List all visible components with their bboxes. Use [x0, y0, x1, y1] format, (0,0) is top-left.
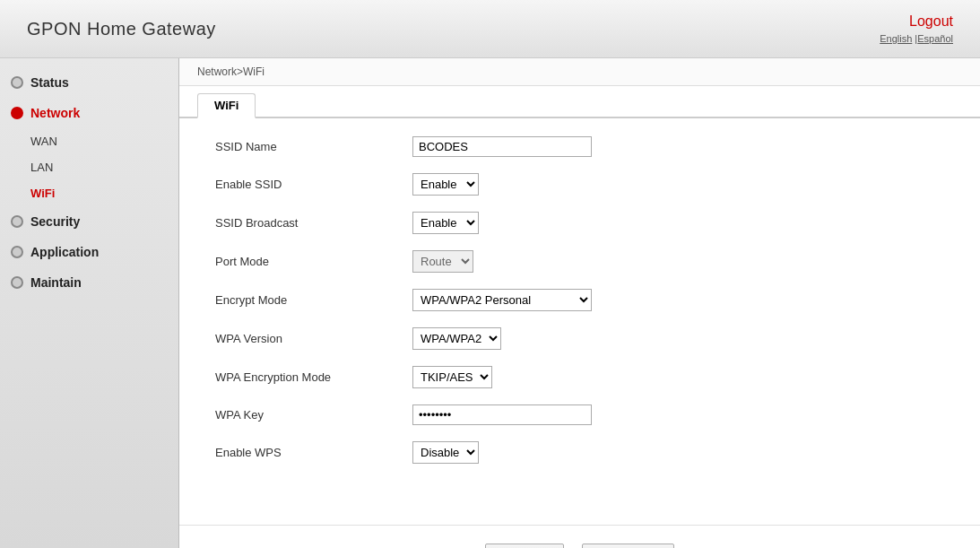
- maintain-bullet-icon: [11, 276, 23, 289]
- sidebar-item-network[interactable]: Network: [0, 98, 178, 128]
- wifi-label: WiFi: [30, 187, 55, 200]
- sidebar-item-label: Application: [30, 245, 99, 259]
- wpa-version-label: WPA Version: [215, 332, 412, 345]
- lang-spanish-link[interactable]: Español: [917, 33, 953, 44]
- encrypt-mode-row: Encrypt Mode WPA/WPA2 Personal WEP None: [215, 289, 944, 311]
- wpa-encryption-row: WPA Encryption Mode TKIP/AES TKIP AES: [215, 366, 944, 388]
- port-mode-select[interactable]: Route Bridge: [412, 250, 473, 273]
- ssid-broadcast-select[interactable]: Enable Disable: [412, 212, 479, 234]
- refresh-button[interactable]: Refresh: [582, 544, 675, 548]
- security-bullet-icon: [11, 215, 23, 228]
- enable-wps-row: Enable WPS Disable Enable: [215, 441, 944, 464]
- wpa-version-control: WPA/WPA2 WPA WPA2: [412, 327, 944, 350]
- enable-ssid-label: Enable SSID: [215, 178, 412, 191]
- main-layout: Status Network WAN LAN WiFi Security App…: [0, 58, 980, 548]
- network-bullet-icon: [11, 107, 23, 119]
- ssid-broadcast-row: SSID Broadcast Enable Disable: [215, 212, 944, 234]
- enable-wps-select[interactable]: Disable Enable: [412, 441, 479, 464]
- logout-button[interactable]: Logout: [909, 13, 953, 30]
- wpa-encryption-label: WPA Encryption Mode: [215, 370, 412, 384]
- enable-ssid-row: Enable SSID Enable Disable: [215, 173, 944, 196]
- wpa-key-input[interactable]: [412, 404, 592, 425]
- content-area: Network>WiFi WiFi SSID Name Enable SSID …: [179, 58, 980, 548]
- sidebar-sub-item-lan[interactable]: LAN: [0, 154, 178, 180]
- wpa-encryption-select[interactable]: TKIP/AES TKIP AES: [412, 366, 492, 388]
- header: GPON Home Gateway Logout English |Españo…: [0, 0, 980, 58]
- sidebar-item-security[interactable]: Security: [0, 206, 178, 237]
- sidebar-item-application[interactable]: Application: [0, 237, 178, 267]
- encrypt-mode-label: Encrypt Mode: [215, 293, 412, 307]
- ssid-name-label: SSID Name: [215, 140, 412, 153]
- port-mode-control: Route Bridge: [412, 250, 944, 273]
- tab-wifi[interactable]: WiFi: [197, 93, 256, 118]
- wan-label: WAN: [30, 135, 57, 148]
- ssid-name-row: SSID Name: [215, 136, 944, 157]
- header-right: Logout English |Español: [880, 13, 953, 44]
- ssid-broadcast-label: SSID Broadcast: [215, 216, 412, 230]
- sidebar-item-label: Security: [30, 214, 80, 229]
- sidebar-item-label: Network: [30, 106, 80, 120]
- sidebar: Status Network WAN LAN WiFi Security App…: [0, 58, 179, 548]
- sidebar-item-label: Maintain: [30, 275, 82, 290]
- wpa-key-row: WPA Key: [215, 404, 944, 425]
- application-bullet-icon: [11, 246, 23, 258]
- language-links: English |Español: [880, 33, 953, 44]
- sidebar-sub-item-wan[interactable]: WAN: [0, 128, 178, 154]
- ssid-name-control: [412, 136, 944, 157]
- port-mode-row: Port Mode Route Bridge: [215, 250, 944, 273]
- ssid-name-input[interactable]: [412, 136, 592, 157]
- sidebar-item-label: Status: [30, 75, 69, 90]
- lang-english-link[interactable]: English: [880, 33, 912, 44]
- wpa-key-control: [412, 404, 944, 425]
- tab-wifi-label: WiFi: [214, 99, 238, 112]
- ssid-broadcast-control: Enable Disable: [412, 212, 944, 234]
- status-bullet-icon: [11, 76, 23, 89]
- port-mode-label: Port Mode: [215, 255, 412, 268]
- encrypt-mode-control: WPA/WPA2 Personal WEP None: [412, 289, 944, 311]
- wpa-key-label: WPA Key: [215, 408, 412, 422]
- encrypt-mode-select[interactable]: WPA/WPA2 Personal WEP None: [412, 289, 592, 311]
- breadcrumb: Network>WiFi: [179, 58, 980, 86]
- wifi-form: SSID Name Enable SSID Enable Disable SSI…: [179, 118, 980, 498]
- sidebar-sub-item-wifi[interactable]: WiFi: [0, 180, 178, 206]
- enable-wps-control: Disable Enable: [412, 441, 944, 464]
- sidebar-item-status[interactable]: Status: [0, 67, 178, 98]
- app-title: GPON Home Gateway: [27, 19, 216, 39]
- tab-bar: WiFi: [179, 86, 980, 118]
- wpa-version-select[interactable]: WPA/WPA2 WPA WPA2: [412, 327, 501, 350]
- lan-label: LAN: [30, 161, 53, 174]
- enable-wps-label: Enable WPS: [215, 446, 412, 459]
- sidebar-item-maintain[interactable]: Maintain: [0, 267, 178, 298]
- save-button[interactable]: Save: [485, 544, 564, 548]
- button-row: Save Refresh: [179, 525, 980, 548]
- enable-ssid-control: Enable Disable: [412, 173, 944, 196]
- wpa-encryption-control: TKIP/AES TKIP AES: [412, 366, 944, 388]
- wpa-version-row: WPA Version WPA/WPA2 WPA WPA2: [215, 327, 944, 350]
- enable-ssid-select[interactable]: Enable Disable: [412, 173, 479, 196]
